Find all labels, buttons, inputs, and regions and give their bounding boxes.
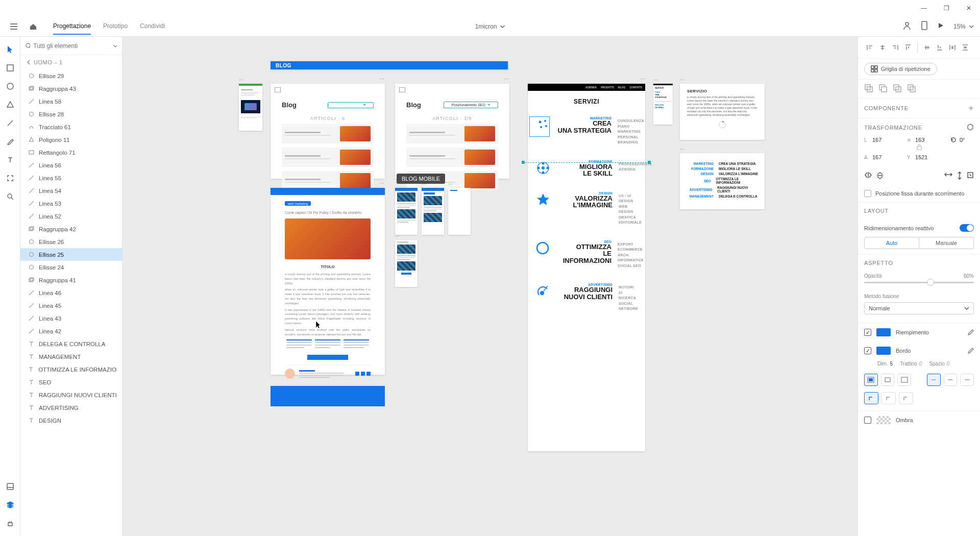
layer-item[interactable]: Linea 42 (20, 325, 122, 337)
artboard-servizi[interactable]: ⋯ AZIENDAPRODOTTIBLOGCONTATTI SERVIZI MA… (528, 84, 645, 451)
add-component[interactable]: + (969, 104, 974, 113)
bool-exclude[interactable] (907, 84, 916, 94)
fill-swatch[interactable] (876, 328, 891, 336)
stroke-outer[interactable] (897, 374, 911, 386)
layer-item[interactable]: Poligono 11 (20, 133, 122, 146)
chevron-down-icon[interactable] (113, 44, 117, 48)
window-close[interactable]: ✕ (962, 2, 976, 14)
blog-item[interactable] (406, 124, 498, 143)
bool-subtract[interactable] (878, 84, 888, 94)
flip-v[interactable] (876, 172, 884, 181)
text-tool[interactable] (3, 152, 18, 167)
join-round[interactable] (881, 392, 896, 404)
fixed-scroll-checkbox[interactable] (864, 190, 871, 197)
ellipse-tool[interactable] (3, 79, 18, 94)
layer-item[interactable]: Linea 53 (20, 197, 122, 210)
lock-icon[interactable] (864, 144, 974, 151)
window-minimize[interactable]: — (917, 2, 931, 14)
align-bottom[interactable] (934, 42, 945, 53)
blog-filter-pill[interactable]: Posizionamento SEO (444, 102, 498, 108)
border-gap[interactable]: 0 (947, 361, 950, 367)
blend-dropdown[interactable]: Normale (864, 302, 974, 314)
artboard-mobile-3[interactable]: ⋯ (448, 188, 471, 235)
border-checkbox[interactable] (864, 347, 871, 354)
artboard-servizio-detail[interactable]: ⋯ SERVIZIO is simply dummy text of the p… (680, 84, 765, 140)
blog-item[interactable] (282, 124, 374, 143)
artboard-mini-list[interactable]: ⋯ MARKETINGCREA UNA STRATEGIAFORMAZIONEM… (680, 153, 765, 209)
layer-item[interactable]: RAGGIUNGI NUOVI CLIENTI (20, 388, 122, 401)
layer-item[interactable]: Ellisse 25 (20, 248, 122, 261)
document-name[interactable]: 1micron (475, 23, 505, 30)
plugins-icon[interactable] (3, 516, 18, 531)
polygon-tool[interactable] (3, 97, 18, 112)
zoom-tool[interactable] (3, 189, 18, 204)
window-maximize[interactable]: ❐ (939, 2, 953, 14)
resize-h[interactable] (944, 172, 952, 181)
artboard-blog-2[interactable]: ⋯ Blog Posizionamento SEO ARTICOLI · 3/6 (395, 84, 509, 179)
line-tool[interactable] (3, 115, 18, 131)
layer-item[interactable]: Linea 55 (20, 172, 122, 184)
layer-item[interactable]: SEO (20, 376, 122, 388)
responsive-toggle[interactable] (960, 224, 974, 232)
layer-item[interactable]: Tracciato 61 (20, 120, 122, 133)
layer-item[interactable]: Ellisse 28 (20, 108, 122, 120)
layer-item[interactable]: Linea 43 (20, 312, 122, 325)
layer-item[interactable]: Linea 46 (20, 286, 122, 299)
seg-manual[interactable]: Manuale (919, 237, 973, 249)
distribute-h[interactable] (947, 42, 958, 53)
align-hcenter[interactable] (877, 42, 888, 53)
blog-item[interactable] (282, 148, 374, 167)
artboard-blog-1[interactable]: ⋯ Blog ARTICOLI · 6 (271, 84, 385, 179)
layer-item[interactable]: Ellisse 24 (20, 261, 122, 274)
resize-v[interactable] (957, 172, 963, 181)
artboard-mobile-4[interactable]: ⋯ (395, 240, 418, 287)
artboard-blog-header[interactable]: BLOG (271, 61, 508, 69)
align-right[interactable] (890, 42, 901, 53)
layer-item[interactable]: DELEGA E CONTROLLA (20, 337, 122, 350)
pen-tool[interactable] (3, 134, 18, 149)
layer-item[interactable]: Linea 54 (20, 184, 122, 197)
border-dash[interactable]: 0 (919, 361, 922, 367)
layer-item[interactable]: DESIGN (20, 414, 122, 427)
join-miter[interactable] (864, 392, 878, 404)
join-bevel[interactable] (899, 392, 913, 404)
layer-item[interactable]: ADVERTISING (20, 401, 122, 414)
assets-icon[interactable] (3, 479, 18, 494)
rotation-value[interactable]: 0° (960, 137, 974, 143)
bool-union[interactable] (864, 84, 873, 94)
x-value[interactable]: 163 (915, 137, 941, 143)
repeat-grid-button[interactable]: Griglia di ripetizione (864, 63, 937, 75)
layer-item[interactable]: Linea 56 (20, 159, 122, 172)
stroke-inner[interactable] (864, 374, 878, 386)
layer-item[interactable]: Ellisse 26 (20, 235, 122, 248)
layer-item[interactable]: OTTIMIZZA LE INFORMAZIONI (20, 363, 122, 376)
tab-prototype[interactable]: Prototipo (103, 18, 128, 35)
layers-breadcrumb[interactable]: UOMO – 1 (20, 55, 122, 69)
play-icon[interactable] (937, 22, 944, 31)
opacity-value[interactable]: 60% (964, 273, 974, 279)
border-swatch[interactable] (876, 347, 891, 355)
shadow-swatch[interactable] (876, 416, 891, 424)
cta-button[interactable] (307, 355, 348, 360)
eyedropper-icon[interactable] (967, 328, 974, 336)
canvas[interactable]: BLOG ⋯ ⋯ Blog (122, 37, 857, 536)
blog-item[interactable] (406, 148, 498, 167)
opacity-slider[interactable] (864, 282, 974, 283)
layer-list[interactable]: Ellisse 29Raggruppa 43Linea 58Ellisse 28… (20, 69, 122, 536)
flip-h[interactable] (864, 172, 872, 181)
shadow-checkbox[interactable] (864, 417, 871, 424)
y-value[interactable]: 1521 (915, 154, 941, 160)
align-top[interactable] (902, 42, 914, 53)
layer-item[interactable]: Linea 45 (20, 299, 122, 312)
home-icon[interactable] (26, 19, 41, 34)
cap-round[interactable] (944, 374, 958, 386)
transform-3d-icon[interactable] (967, 124, 974, 132)
bool-intersect[interactable] (893, 84, 902, 94)
zoom-dropdown[interactable]: 15% (953, 23, 974, 30)
fill-checkbox[interactable] (864, 329, 871, 336)
artboard-article[interactable]: ⋯ web marketing Come capirci / Di Più Po… (271, 188, 385, 375)
layer-item[interactable]: Linea 58 (20, 95, 122, 108)
resize-both[interactable] (967, 172, 974, 181)
stroke-center[interactable] (881, 374, 895, 386)
cap-butt[interactable] (927, 374, 941, 386)
